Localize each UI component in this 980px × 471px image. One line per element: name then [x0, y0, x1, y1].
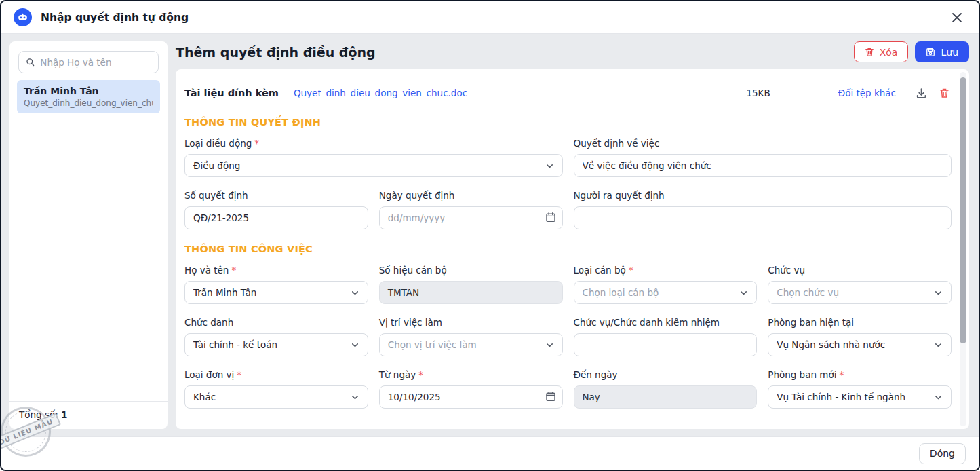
search-icon [26, 57, 35, 67]
ngay-quyet-dinh-date-input[interactable] [379, 206, 563, 229]
field-chuc-vu: Chức vụ Chọn chức vụ [768, 265, 952, 304]
delete-attachment-trash-icon[interactable] [937, 86, 952, 100]
search-box[interactable] [18, 51, 159, 73]
save-floppy-icon [926, 48, 935, 57]
attachment-filename-link[interactable]: Quyet_dinh_dieu_dong_vien_chuc.doc [294, 88, 467, 98]
loai-can-bo-select[interactable]: Chọn loại cán bộ [574, 281, 758, 304]
attachment-label: Tài liệu đính kèm [184, 88, 279, 98]
vi-tri-viec-lam-select[interactable]: Chọn vị trí việc làm [379, 333, 563, 356]
field-chuc-danh: Chức danh Tài chính - kế toán [184, 317, 368, 356]
field-ho-va-ten: Họ và tên* Trần Minh Tân [184, 265, 368, 304]
calendar-icon[interactable] [545, 212, 556, 223]
so-quyet-dinh-input[interactable] [184, 206, 368, 229]
sidebar-total: Tổng số: 1 [9, 401, 168, 429]
page-title: Thêm quyết định điều động [176, 45, 854, 60]
attachment-filesize: 15KB [746, 88, 770, 98]
chevron-down-icon [545, 341, 554, 350]
form-card: Tài liệu đính kèm Quyet_dinh_dieu_dong_v… [176, 69, 969, 429]
loai-dieu-dong-select[interactable]: Điều động [184, 154, 563, 177]
den-ngay-readonly: Nay [574, 385, 758, 409]
field-quyet-dinh-ve-viec: Quyết định về việc [574, 138, 952, 177]
loai-don-vi-select[interactable]: Khác [184, 385, 368, 409]
person-document-name: Quyet_dinh_dieu_dong_vien_chu... [24, 98, 153, 108]
main-header: Thêm quyết định điều động Xóa Lưu [176, 41, 969, 62]
field-loai-don-vi: Loại đơn vị* Khác [184, 369, 368, 409]
dialog-body: Trần Minh Tân Quyet_dinh_dieu_dong_vien_… [1, 34, 979, 436]
save-button[interactable]: Lưu [915, 41, 969, 62]
chevron-down-icon [934, 393, 943, 402]
main-panel: Thêm quyết định điều động Xóa Lưu [176, 41, 969, 429]
chevron-down-icon [351, 288, 359, 297]
field-kiem-nhiem: Chức vụ/Chức danh kiêm nhiệm [574, 317, 758, 356]
close-icon[interactable] [947, 8, 966, 27]
nguoi-ra-quyet-dinh-input[interactable] [574, 206, 952, 229]
total-label: Tổng số: [19, 409, 58, 420]
tu-ngay-date-input[interactable] [379, 385, 563, 409]
calendar-icon[interactable] [545, 391, 556, 402]
field-so-hieu-can-bo: Số hiệu cán bộ TMTAN [379, 265, 563, 304]
field-vi-tri-viec-lam: Vị trí việc làm Chọn vị trí việc làm [379, 317, 563, 356]
dialog-footer: Đóng [1, 436, 979, 470]
field-loai-can-bo: Loại cán bộ* Chọn loại cán bộ [574, 265, 758, 304]
chevron-down-icon [934, 288, 943, 297]
window-title: Nhập quyết định tự động [41, 12, 947, 24]
field-nguoi-ra-quyet-dinh: Người ra quyết định [574, 190, 952, 229]
work-section-heading: THÔNG TIN CÔNG VIỆC [184, 244, 952, 255]
person-list-item-selected[interactable]: Trần Minh Tân Quyet_dinh_dieu_dong_vien_… [17, 80, 160, 113]
quyet-dinh-ve-viec-input[interactable] [574, 154, 952, 177]
chevron-down-icon [545, 162, 554, 170]
dialog-window: Nhập quyết định tự động Trần Minh Tân [0, 0, 980, 471]
field-den-ngay: Đến ngày Nay [574, 369, 758, 409]
person-list: Trần Minh Tân Quyet_dinh_dieu_dong_vien_… [9, 73, 168, 401]
field-phong-ban-hien-tai: Phòng ban hiện tại Vụ Ngân sách nhà nước [768, 317, 952, 356]
kiem-nhiem-input[interactable] [574, 333, 758, 356]
form-scrollbar-thumb[interactable] [960, 77, 966, 343]
chevron-down-icon [739, 288, 748, 297]
close-dialog-button[interactable]: Đóng [919, 443, 966, 464]
chuc-danh-select[interactable]: Tài chính - kế toán [184, 333, 368, 356]
chuc-vu-select[interactable]: Chọn chức vụ [768, 281, 952, 304]
so-hieu-can-bo-readonly: TMTAN [379, 281, 563, 304]
app-logo-robot-icon [14, 8, 32, 26]
field-phong-ban-moi: Phòng ban mới* Vụ Tài chính - Kinh tế ng… [768, 369, 952, 409]
search-input[interactable] [40, 57, 151, 68]
field-tu-ngay: Từ ngày* [379, 369, 563, 409]
form-scrollbar-track[interactable] [960, 72, 966, 426]
field-so-quyet-dinh: Số quyết định [184, 190, 368, 229]
change-file-link[interactable]: Đổi tệp khác [838, 88, 896, 98]
chevron-down-icon [934, 341, 943, 350]
ho-va-ten-select[interactable]: Trần Minh Tân [184, 281, 368, 304]
field-loai-dieu-dong: Loại điều động* Điều động [184, 138, 563, 177]
phong-ban-moi-select[interactable]: Vụ Tài chính - Kinh tế ngành [768, 385, 952, 409]
download-icon[interactable] [914, 86, 928, 100]
person-name: Trần Minh Tân [24, 86, 153, 96]
decision-section-heading: THÔNG TIN QUYẾT ĐỊNH [184, 117, 952, 128]
person-sidebar: Trần Minh Tân Quyet_dinh_dieu_dong_vien_… [9, 41, 168, 429]
chevron-down-icon [351, 393, 359, 402]
title-bar: Nhập quyết định tự động [1, 1, 979, 34]
delete-button[interactable]: Xóa [854, 41, 909, 62]
chevron-down-icon [351, 341, 359, 350]
attachment-row: Tài liệu đính kèm Quyet_dinh_dieu_dong_v… [184, 86, 952, 100]
field-ngay-quyet-dinh: Ngày quyết định [379, 190, 563, 229]
total-value: 1 [61, 409, 67, 420]
trash-icon [865, 47, 874, 57]
phong-ban-hien-tai-select[interactable]: Vụ Ngân sách nhà nước [768, 333, 952, 356]
